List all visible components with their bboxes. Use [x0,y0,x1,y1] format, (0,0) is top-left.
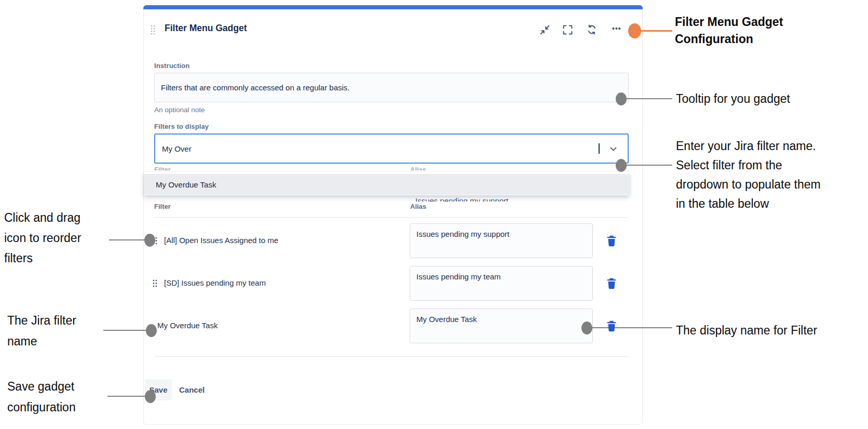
gadget-drag-handle-icon[interactable] [150,24,156,35]
callout-line-tooltip [626,98,672,99]
page: Filter Menu Gadget ••• Instruction An op… [0,0,868,429]
callout-line-jira-filter-name [103,330,148,331]
callout-display-name: The display name for Filter [676,321,817,340]
filter-menu-gadget-panel [143,5,643,425]
fullscreen-icon[interactable] [562,24,573,35]
callout-config: Filter Menu Gadget Configuration [675,14,783,48]
callout-dot-jira-filter-name [146,324,157,337]
filter-name: [All] Open Issues Assigned to me [164,236,278,245]
callout-drag-reorder: Click and drag icon to reorder filters [4,208,81,269]
row-drag-handle-icon[interactable] [152,279,158,288]
more-options-icon[interactable]: ••• [612,24,621,33]
column-header-alias: Alias [410,203,426,210]
delete-filter-icon[interactable] [605,277,618,290]
alias-input[interactable]: Issues pending my support [410,223,593,258]
callout-dot-enter-filter [616,159,627,172]
chevron-down-icon[interactable] [610,147,617,152]
clipped-alias-text-sliver: Issues pending my support [415,196,571,202]
callout-line-drag-reorder [109,239,146,240]
callout-dot-save-config [145,390,156,403]
refresh-icon[interactable] [586,24,598,35]
filter-dropdown-menu: My Overdue Task [144,172,629,195]
footer-divider [154,356,629,357]
table-header-divider [154,217,629,218]
dropdown-option-my-overdue-task[interactable]: My Overdue Task [144,174,629,195]
instruction-input[interactable] [154,73,629,102]
callout-dot-tooltip [616,92,627,105]
clipped-alias-label: Alias [410,166,426,170]
callout-dot-config [628,23,641,38]
filter-search-combobox[interactable] [154,133,629,164]
clipped-filter-label: Filter [154,166,171,170]
instruction-helper-text: An optional note [154,106,205,114]
column-header-filter: Filter [154,203,171,210]
filters-to-display-label: Filters to display [154,123,209,130]
callout-save-config: Save gadget configuration [7,376,76,418]
callout-line-save-config [107,396,146,397]
callout-line-display-name [591,327,672,328]
instruction-label: Instruction [154,62,189,70]
filter-name: My Overdue Task [157,321,218,330]
text-cursor [599,143,600,154]
delete-filter-icon[interactable] [605,234,618,248]
callout-dot-drag-reorder [144,234,155,247]
callout-dot-display-name [581,321,592,334]
clipped-label-sliver: Filter Alias [154,166,518,170]
callout-line-config [640,30,672,32]
alias-input[interactable]: Issues pending my team [410,266,593,301]
cancel-button[interactable]: Cancel [179,385,205,394]
callout-line-enter-filter [626,165,672,166]
delete-filter-icon[interactable] [605,319,618,333]
callout-enter-filter: Enter your Jira filter name. Select filt… [676,137,821,213]
filter-search-input[interactable] [155,144,598,153]
gadget-accent-bar [143,5,643,9]
gadget-title: Filter Menu Gadget [165,23,247,34]
callout-tooltip: Tooltip for you gadget [676,89,790,109]
filter-name: [SD] Issues pending my team [164,278,266,287]
callout-jira-filter-name: The Jira filter name [7,310,76,352]
collapse-icon[interactable] [539,24,550,35]
alias-input[interactable]: My Overdue Task [410,309,593,343]
